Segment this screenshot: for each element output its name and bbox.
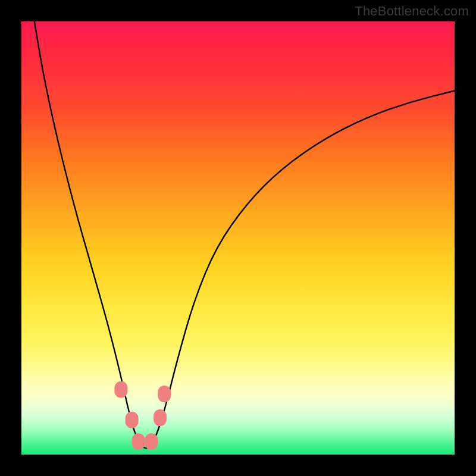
dot-bottom-right — [145, 433, 158, 450]
watermark-text: TheBottleneck.com — [355, 4, 469, 19]
chart-svg — [21, 21, 455, 455]
curve-path — [35, 21, 455, 448]
dot-right-ascent-1 — [154, 409, 167, 426]
dot-left-descent-1 — [114, 381, 127, 398]
marker-group — [114, 381, 171, 450]
dot-bottom-left — [132, 433, 145, 450]
chart-plot-area — [21, 21, 455, 455]
dot-right-ascent-2 — [158, 386, 171, 402]
dot-left-descent-2 — [126, 412, 139, 428]
chart-frame: TheBottleneck.com — [0, 0, 476, 476]
